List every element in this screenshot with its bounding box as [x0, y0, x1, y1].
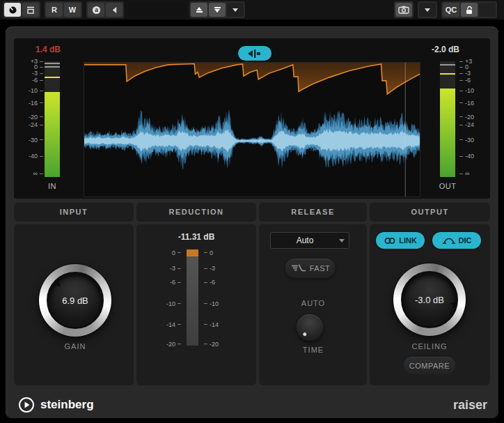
arrow-left-icon — [111, 6, 118, 14]
release-section: Auto FAST AUTO TIME — [259, 224, 367, 385]
in-meter-scale: +30-3-6-10-16-20-24-30-40∞ — [19, 61, 43, 177]
output-section-title: OUTPUT — [411, 208, 448, 216]
ceiling-knob-value: -3.0 dB — [415, 295, 444, 305]
ceiling-label: CEILING — [393, 342, 466, 351]
preset-menu-button[interactable] — [227, 3, 244, 17]
waveform-canvas — [84, 63, 420, 197]
next-preset-icon — [214, 7, 221, 13]
waveform-view — [84, 62, 420, 197]
in-meter-label: IN — [31, 182, 73, 190]
gain-knob-value: 6.9 dB — [62, 295, 88, 306]
gain-knob[interactable]: 6.9 dB — [39, 264, 111, 337]
chevron-down-icon — [425, 8, 430, 12]
snapshot-button[interactable] — [395, 3, 412, 17]
waveform-display-panel: 1.4 dB +30-3-6-10-16-20-24-30-40∞ IN -2.… — [14, 38, 490, 199]
previous-preset-button[interactable] — [191, 3, 207, 17]
activate-group — [3, 1, 40, 18]
steinberg-logo-icon — [18, 397, 35, 413]
raiser-plugin-window: 1.4 dB +30-3-6-10-16-20-24-30-40∞ IN -2.… — [6, 26, 498, 418]
in-meter-value: 1.4 dB — [24, 45, 72, 54]
input-section-title: INPUT — [60, 208, 88, 216]
in-level-meter[interactable] — [45, 61, 60, 177]
auto-label: AUTO — [277, 299, 349, 307]
gain-label: GAIN — [39, 342, 111, 351]
camera-icon — [398, 6, 409, 14]
release-mode-value: Auto — [271, 236, 339, 245]
reduction-scale-right: 0-3-6-10-14-20 — [204, 249, 225, 346]
automation-rw-group: R W — [45, 1, 82, 18]
bypass-icon — [26, 6, 36, 15]
functions-group — [418, 1, 437, 18]
unlock-icon — [465, 6, 473, 15]
lock-button[interactable] — [461, 3, 478, 17]
compare-button[interactable]: COMPARE — [404, 357, 455, 374]
out-meter-label: OUT — [427, 182, 468, 190]
out-level-meter[interactable] — [440, 61, 455, 177]
reduction-scale-left: 0-3-6-10-14-20 — [160, 249, 181, 346]
move-left-handle-icon — [247, 49, 262, 58]
fast-button-label: FAST — [310, 264, 331, 272]
dic-button[interactable]: DIC — [432, 232, 481, 249]
chevron-down-icon — [339, 239, 345, 243]
read-automation-button[interactable]: R — [46, 3, 63, 17]
automation-misc-group: a — [86, 1, 124, 18]
gain-knob-notch — [54, 279, 63, 289]
reduction-section-title: REDUCTION — [169, 208, 224, 216]
footer-bar: steinberg raiser — [18, 394, 487, 415]
reduction-meter — [187, 249, 198, 346]
time-knob-dot — [302, 332, 307, 337]
plugin-name: raiser — [453, 398, 487, 413]
reduction-section: -11.31 dB 0-3-6-10-14-20 0-3-6-10-14-20 — [136, 224, 256, 385]
reduction-meter-fill — [187, 249, 198, 256]
activate-button[interactable] — [4, 3, 21, 17]
release-section-header: RELEASE — [259, 202, 367, 222]
ceiling-knob-notch — [449, 300, 456, 307]
ceiling-knob[interactable]: -3.0 dB — [393, 263, 466, 336]
intersample-clip-icon — [442, 237, 456, 245]
reduction-section-header: REDUCTION — [136, 202, 256, 222]
input-section-header: INPUT — [14, 202, 134, 222]
fast-release-icon — [290, 263, 307, 273]
link-button-label: LINK — [399, 236, 417, 245]
preset-nav-group — [189, 1, 245, 18]
out-meter-value: -2.0 dB — [421, 45, 470, 54]
steinberg-brand: steinberg — [18, 397, 94, 413]
brand-name: steinberg — [40, 398, 94, 412]
output-section-header: OUTPUT — [370, 202, 490, 222]
svg-text:a: a — [95, 6, 98, 13]
output-section: LINK DIC -3.0 dB CEILING COMPARE — [370, 224, 490, 385]
out-meter-scale: +30-3-6-10-16-20-24-30-40∞ — [459, 61, 483, 177]
fast-button[interactable]: FAST — [285, 259, 335, 278]
snapshot-group — [394, 1, 414, 18]
dic-button-label: DIC — [459, 236, 472, 245]
qc-group: QC — [441, 1, 497, 18]
extra-slot-button[interactable] — [479, 3, 496, 17]
position-handle-button[interactable] — [238, 46, 271, 61]
plugin-toolbar: R W a — [0, 0, 504, 20]
bypass-button[interactable] — [22, 3, 39, 17]
automation-a-icon: a — [92, 6, 101, 15]
switch-side-button[interactable] — [106, 3, 123, 17]
release-section-title: RELEASE — [291, 208, 334, 216]
link-chain-icon — [384, 237, 396, 245]
quick-controls-button[interactable]: QC — [443, 3, 459, 17]
compare-button-label: COMPARE — [409, 362, 450, 370]
time-label: TIME — [277, 346, 349, 354]
link-button[interactable]: LINK — [376, 232, 425, 249]
next-preset-button[interactable] — [209, 3, 226, 17]
release-mode-select[interactable]: Auto — [270, 232, 349, 249]
input-section: 6.9 dB GAIN — [14, 224, 134, 385]
write-automation-button[interactable]: W — [64, 3, 81, 17]
power-icon — [8, 6, 17, 15]
time-knob[interactable] — [297, 314, 323, 341]
previous-preset-icon — [196, 7, 203, 13]
functions-menu-button[interactable] — [419, 3, 436, 17]
chevron-down-icon — [233, 8, 238, 12]
automation-button[interactable]: a — [88, 3, 104, 17]
preset-name-field[interactable] — [128, 3, 187, 17]
reduction-value: -11.31 dB — [136, 232, 256, 242]
